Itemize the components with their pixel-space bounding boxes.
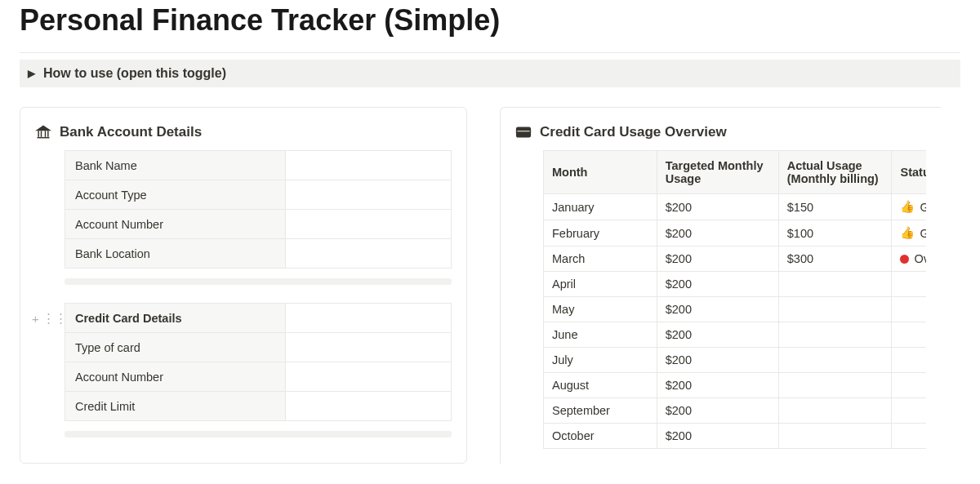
bank-details-table: Bank Name Account Type Account Number Ba…: [65, 150, 452, 269]
add-block-icon[interactable]: +: [32, 312, 39, 326]
thumbs-up-icon: 👍: [900, 226, 915, 240]
credit-card-icon: [515, 124, 532, 140]
key-cell: Credit Limit: [65, 392, 286, 421]
empty-cell[interactable]: [286, 304, 452, 333]
value-cell[interactable]: [286, 180, 452, 210]
status-cell: [892, 322, 926, 348]
status-cell: [892, 398, 926, 424]
divider: [20, 52, 960, 53]
value-cell[interactable]: [286, 210, 452, 239]
month-cell: May: [544, 297, 657, 322]
table-row[interactable]: July $200: [544, 348, 927, 373]
column-header-month: Month: [544, 151, 657, 194]
table-row[interactable]: October $200: [544, 424, 927, 449]
table-row[interactable]: April $200: [544, 272, 927, 297]
target-cell[interactable]: $200: [657, 424, 778, 449]
bank-account-header: Bank Account Details: [35, 119, 452, 150]
column-header-actual: Actual Usage (Monthly billing): [778, 151, 892, 194]
value-cell[interactable]: [286, 333, 452, 362]
month-cell: January: [544, 194, 657, 220]
table-row[interactable]: June $200: [544, 322, 927, 348]
svg-rect-6: [517, 131, 531, 133]
actual-cell[interactable]: $100: [778, 220, 892, 246]
status-label: Good: [920, 227, 926, 240]
key-cell: Account Number: [65, 210, 286, 239]
actual-cell[interactable]: [778, 424, 892, 449]
drag-handle-icon[interactable]: ⋮⋮: [42, 311, 67, 326]
target-cell[interactable]: $200: [657, 194, 778, 220]
target-cell[interactable]: $200: [657, 348, 778, 373]
status-label: Good: [920, 201, 926, 214]
key-cell: Account Type: [65, 180, 286, 210]
actual-cell[interactable]: [778, 322, 892, 348]
month-cell: August: [544, 373, 657, 398]
table-row[interactable]: September $200: [544, 398, 927, 424]
key-cell: Bank Name: [65, 151, 286, 180]
credit-usage-card: Credit Card Usage Overview Month Targete…: [500, 107, 941, 464]
month-cell: September: [544, 398, 657, 424]
status-cell: [892, 272, 926, 297]
table-row[interactable]: August $200: [544, 373, 927, 398]
month-cell: October: [544, 424, 657, 449]
month-cell: June: [544, 322, 657, 348]
target-cell[interactable]: $200: [657, 398, 778, 424]
credit-usage-title: Credit Card Usage Overview: [540, 124, 727, 140]
table-row[interactable]: January $200 $150 👍Good: [544, 194, 927, 220]
status-cell: 👍Good: [892, 194, 926, 220]
table-row[interactable]: Bank Name: [65, 151, 452, 180]
table-row[interactable]: Type of card: [65, 333, 452, 362]
bank-account-title: Bank Account Details: [60, 124, 202, 140]
value-cell[interactable]: [286, 239, 452, 269]
table-row[interactable]: Account Number: [65, 210, 452, 239]
status-cell: [892, 373, 926, 398]
table-row[interactable]: Credit Limit: [65, 392, 452, 421]
status-cell: [892, 424, 926, 449]
table-row[interactable]: February $200 $100 👍Good: [544, 220, 927, 246]
horizontal-scrollbar[interactable]: [65, 431, 452, 437]
how-to-use-toggle[interactable]: ▶ How to use (open this toggle): [20, 60, 960, 87]
key-cell: Account Number: [65, 362, 286, 392]
month-cell: March: [544, 246, 657, 272]
credit-usage-header: Credit Card Usage Overview: [515, 119, 926, 150]
table-row[interactable]: March $200 $300 Overs: [544, 246, 927, 272]
table-row[interactable]: May $200: [544, 297, 927, 322]
column-header-target: Targeted Monthly Usage: [657, 151, 778, 194]
actual-cell[interactable]: [778, 398, 892, 424]
target-cell[interactable]: $200: [657, 373, 778, 398]
target-cell[interactable]: $200: [657, 272, 778, 297]
actual-cell[interactable]: [778, 272, 892, 297]
table-row[interactable]: Credit Card Details: [65, 304, 452, 333]
key-cell: Bank Location: [65, 239, 286, 269]
actual-cell[interactable]: [778, 373, 892, 398]
status-cell: [892, 348, 926, 373]
table-row[interactable]: Account Number: [65, 362, 452, 392]
value-cell[interactable]: [286, 392, 452, 421]
credit-usage-table: Month Targeted Monthly Usage Actual Usag…: [543, 150, 926, 449]
section-title-cell: Credit Card Details: [65, 304, 286, 333]
value-cell[interactable]: [286, 362, 452, 392]
key-cell: Type of card: [65, 333, 286, 362]
target-cell[interactable]: $200: [657, 246, 778, 272]
table-row[interactable]: Account Type: [65, 180, 452, 210]
actual-cell[interactable]: $300: [778, 246, 892, 272]
status-cell: Overs: [892, 246, 926, 272]
red-dot-icon: [900, 255, 909, 264]
status-cell: [892, 297, 926, 322]
horizontal-scrollbar[interactable]: [65, 278, 452, 285]
target-cell[interactable]: $200: [657, 297, 778, 322]
month-cell: February: [544, 220, 657, 246]
status-label: Overs: [914, 252, 926, 265]
target-cell[interactable]: $200: [657, 322, 778, 348]
toggle-triangle-icon: ▶: [28, 68, 35, 79]
column-header-status: Status: [892, 151, 926, 194]
actual-cell[interactable]: [778, 297, 892, 322]
table-row[interactable]: Bank Location: [65, 239, 452, 269]
actual-cell[interactable]: $150: [778, 194, 892, 220]
thumbs-up-icon: 👍: [900, 200, 915, 214]
value-cell[interactable]: [286, 151, 452, 180]
toggle-label: How to use (open this toggle): [43, 66, 226, 81]
target-cell[interactable]: $200: [657, 220, 778, 246]
page-title: Personal Finance Tracker (Simple): [20, 0, 960, 52]
credit-card-details-table: Credit Card Details Type of card Account…: [65, 303, 452, 421]
actual-cell[interactable]: [778, 348, 892, 373]
